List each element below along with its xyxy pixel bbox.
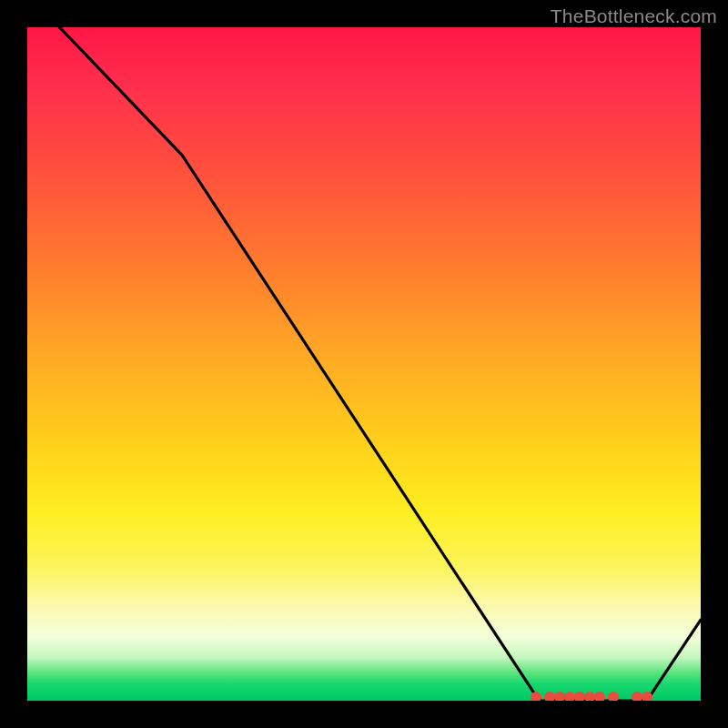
data-point-marker <box>594 692 605 701</box>
attribution-text: TheBottleneck.com <box>551 5 717 27</box>
chart-plot-area <box>27 27 701 701</box>
data-point-marker <box>642 692 652 701</box>
data-point-marker <box>531 692 541 701</box>
data-point-marker <box>608 692 619 701</box>
series-markers <box>27 27 701 701</box>
